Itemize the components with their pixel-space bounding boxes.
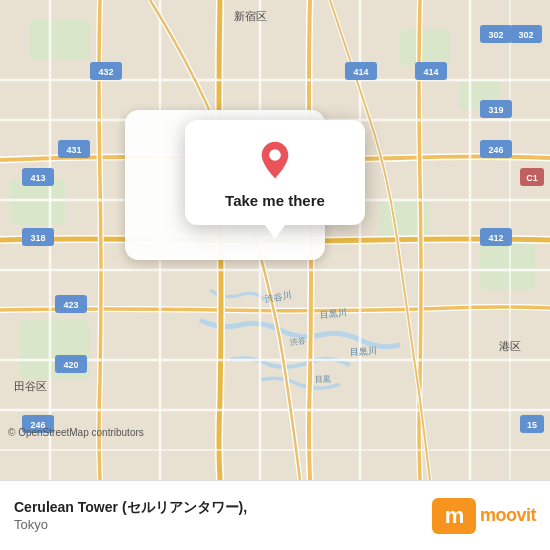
moovit-wordmark: moovit [480,505,536,526]
svg-rect-4 [10,180,65,225]
place-info: Cerulean Tower (セルリアンタワー), Tokyo [14,499,432,532]
svg-text:新宿区: 新宿区 [234,10,267,22]
svg-rect-6 [480,240,535,290]
place-city: Tokyo [14,517,432,532]
svg-text:C1: C1 [526,173,538,183]
svg-point-62 [269,149,281,161]
svg-rect-1 [30,20,90,60]
popup-label: Take me there [209,192,341,209]
svg-text:目黒川: 目黒川 [350,346,377,357]
map-container: 302 302 432 431 414 414 319 246 C1 413 3… [0,0,550,480]
svg-text:田谷区: 田谷区 [14,380,47,392]
svg-text:414: 414 [423,67,438,77]
svg-text:渋谷: 渋谷 [289,337,306,347]
svg-text:423: 423 [63,300,78,310]
map-pin-icon [251,136,299,184]
svg-text:319: 319 [488,105,503,115]
place-name: Cerulean Tower (セルリアンタワー), [14,499,432,517]
svg-text:412: 412 [488,233,503,243]
svg-text:目黒: 目黒 [315,374,331,384]
location-popup[interactable]: Take me there [185,120,365,225]
bottom-bar: Cerulean Tower (セルリアンタワー), Tokyo m moovi… [0,480,550,550]
moovit-m-badge: m [432,498,476,534]
svg-text:414: 414 [353,67,368,77]
svg-text:302: 302 [488,30,503,40]
svg-text:413: 413 [30,173,45,183]
svg-text:318: 318 [30,233,45,243]
map-attribution: © OpenStreetMap contributors [8,427,144,438]
svg-text:432: 432 [98,67,113,77]
svg-text:302: 302 [518,30,533,40]
svg-text:431: 431 [66,145,81,155]
svg-text:246: 246 [488,145,503,155]
svg-text:15: 15 [527,420,537,430]
svg-text:420: 420 [63,360,78,370]
svg-text:港区: 港区 [499,340,521,352]
moovit-logo: m moovit [432,498,536,534]
svg-rect-2 [400,30,450,65]
